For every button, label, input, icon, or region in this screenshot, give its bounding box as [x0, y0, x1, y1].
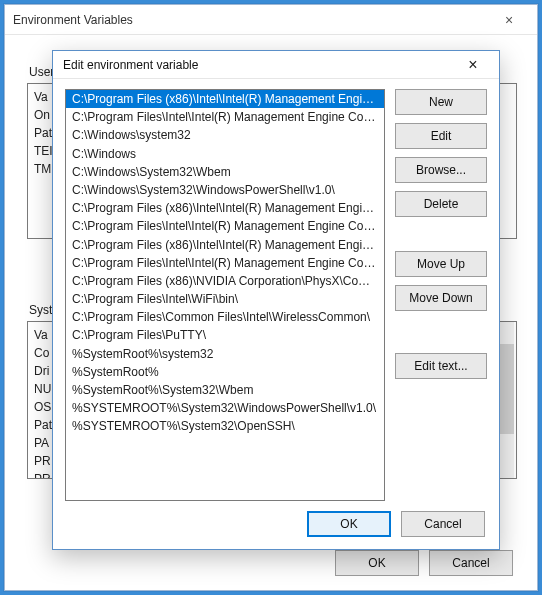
path-entry[interactable]: %SystemRoot%\system32 — [66, 345, 384, 363]
env-titlebar: Environment Variables × — [5, 5, 537, 35]
env-window-button-row: OK Cancel — [335, 550, 513, 576]
env-cancel-button[interactable]: Cancel — [429, 550, 513, 576]
env-window-title: Environment Variables — [13, 13, 133, 27]
ok-button[interactable]: OK — [307, 511, 391, 537]
path-entry[interactable]: C:\Program Files (x86)\NVIDIA Corporatio… — [66, 272, 384, 290]
close-icon[interactable]: × — [453, 56, 493, 74]
close-icon[interactable]: × — [489, 12, 529, 28]
path-entry[interactable]: C:\Program Files\Intel\Intel(R) Manageme… — [66, 108, 384, 126]
path-entry[interactable]: C:\Windows\system32 — [66, 126, 384, 144]
button-spacer — [395, 319, 487, 345]
path-entry[interactable]: C:\Program Files\Common Files\Intel\Wire… — [66, 308, 384, 326]
path-entry[interactable]: C:\Program Files (x86)\Intel\Intel(R) Ma… — [66, 90, 384, 108]
path-entry[interactable]: C:\Program Files\PuTTY\ — [66, 326, 384, 344]
delete-button[interactable]: Delete — [395, 191, 487, 217]
path-entry[interactable]: C:\Windows\System32\Wbem — [66, 163, 384, 181]
env-ok-button[interactable]: OK — [335, 550, 419, 576]
system-vars-scrollbar[interactable] — [498, 322, 514, 478]
move-up-button[interactable]: Move Up — [395, 251, 487, 277]
move-down-button[interactable]: Move Down — [395, 285, 487, 311]
side-button-column: New Edit Browse... Delete Move Up Move D… — [395, 89, 487, 501]
path-entry[interactable]: C:\Program Files\Intel\Intel(R) Manageme… — [66, 254, 384, 272]
dialog-title: Edit environment variable — [63, 58, 198, 72]
edit-text-button[interactable]: Edit text... — [395, 353, 487, 379]
path-entry[interactable]: C:\Program Files (x86)\Intel\Intel(R) Ma… — [66, 199, 384, 217]
path-entry[interactable]: C:\Windows\System32\WindowsPowerShell\v1… — [66, 181, 384, 199]
path-entry[interactable]: C:\Program Files (x86)\Intel\Intel(R) Ma… — [66, 236, 384, 254]
dialog-body: C:\Program Files (x86)\Intel\Intel(R) Ma… — [65, 89, 487, 501]
path-entry[interactable]: %SystemRoot% — [66, 363, 384, 381]
button-spacer — [395, 225, 487, 243]
scrollbar-thumb[interactable] — [500, 344, 514, 434]
edit-env-var-dialog: Edit environment variable × C:\Program F… — [52, 50, 500, 550]
cancel-button[interactable]: Cancel — [401, 511, 485, 537]
new-button[interactable]: New — [395, 89, 487, 115]
path-entries-list[interactable]: C:\Program Files (x86)\Intel\Intel(R) Ma… — [65, 89, 385, 501]
path-entry[interactable]: C:\Program Files\Intel\Intel(R) Manageme… — [66, 217, 384, 235]
path-entry[interactable]: %SYSTEMROOT%\System32\WindowsPowerShell\… — [66, 399, 384, 417]
dialog-button-row: OK Cancel — [307, 511, 485, 537]
path-entry[interactable]: C:\Program Files\Intel\WiFi\bin\ — [66, 290, 384, 308]
dialog-titlebar: Edit environment variable × — [53, 51, 499, 79]
path-entry[interactable]: C:\Windows — [66, 145, 384, 163]
browse-button[interactable]: Browse... — [395, 157, 487, 183]
edit-button[interactable]: Edit — [395, 123, 487, 149]
path-entry[interactable]: %SYSTEMROOT%\System32\OpenSSH\ — [66, 417, 384, 435]
path-entry[interactable]: %SystemRoot%\System32\Wbem — [66, 381, 384, 399]
